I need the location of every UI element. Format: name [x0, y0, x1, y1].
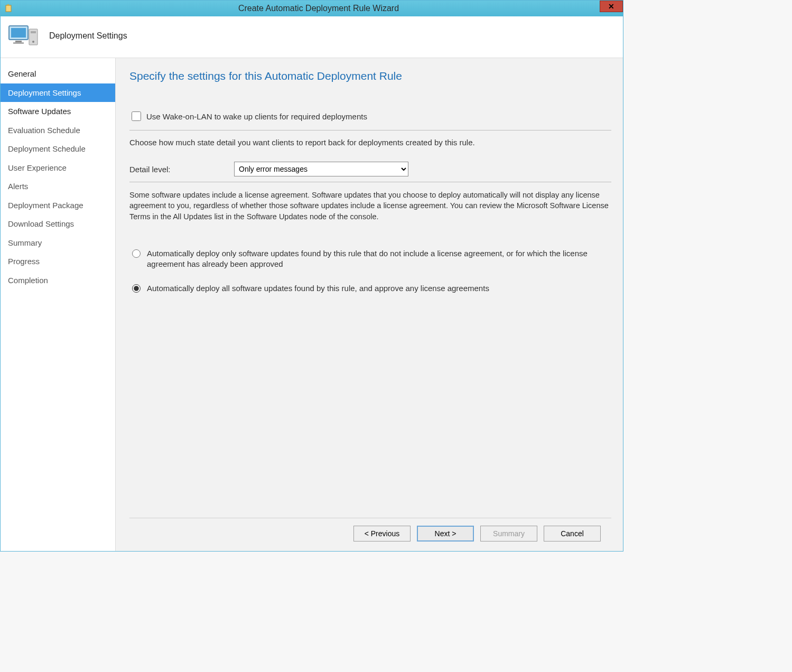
sidebar-item-completion[interactable]: Completion	[1, 271, 115, 290]
divider	[129, 182, 611, 182]
monitor-icon	[8, 24, 40, 48]
summary-button[interactable]: Summary	[480, 526, 537, 542]
detail-level-row: Detail level: Only error messages	[129, 162, 611, 176]
license-radio-2-row: Automatically deploy all software update…	[129, 283, 611, 294]
sidebar-item-evaluation-schedule[interactable]: Evaluation Schedule	[1, 121, 115, 140]
main-heading: Specify the settings for this Automatic …	[129, 70, 611, 82]
divider	[129, 130, 611, 130]
sidebar-item-download-settings[interactable]: Download Settings	[1, 214, 115, 234]
detail-level-select[interactable]: Only error messages	[234, 162, 408, 176]
sidebar-item-summary[interactable]: Summary	[1, 234, 115, 253]
svg-rect-1	[7, 4, 9, 6]
svg-point-8	[32, 41, 34, 43]
license-radio-2[interactable]	[132, 284, 141, 293]
sidebar-item-deployment-schedule[interactable]: Deployment Schedule	[1, 139, 115, 158]
svg-rect-3	[11, 28, 26, 38]
page-header: Deployment Settings	[1, 16, 623, 58]
wake-on-lan-checkbox[interactable]	[132, 111, 141, 121]
detail-level-label: Detail level:	[129, 165, 234, 174]
sidebar-item-deployment-package[interactable]: Deployment Package	[1, 196, 115, 215]
sidebar-item-user-experience[interactable]: User Experience	[1, 158, 115, 178]
svg-rect-4	[15, 41, 22, 42]
license-radio-1-label[interactable]: Automatically deploy only software updat…	[147, 248, 591, 270]
window-title: Create Automatic Deployment Rule Wizard	[14, 4, 623, 13]
close-button[interactable]: ✕	[600, 1, 623, 12]
sidebar-item-deployment-settings[interactable]: Deployment Settings	[1, 83, 115, 102]
sidebar-item-alerts[interactable]: Alerts	[1, 177, 115, 196]
svg-rect-7	[31, 31, 36, 33]
next-button[interactable]: Next >	[417, 526, 474, 542]
sidebar-item-software-updates[interactable]: Software Updates	[1, 102, 115, 121]
state-detail-description: Choose how much state detail you want cl…	[129, 138, 611, 147]
wake-on-lan-label[interactable]: Use Wake-on-LAN to wake up clients for r…	[146, 112, 367, 121]
sidebar-item-general[interactable]: General	[1, 64, 115, 83]
svg-rect-0	[6, 5, 11, 12]
wake-on-lan-row: Use Wake-on-LAN to wake up clients for r…	[129, 110, 611, 123]
license-radio-2-label[interactable]: Automatically deploy all software update…	[147, 283, 489, 294]
app-icon	[4, 3, 14, 14]
previous-button[interactable]: < Previous	[353, 526, 411, 542]
license-description: Some software updates include a license …	[129, 190, 611, 222]
license-radio-1-row: Automatically deploy only software updat…	[129, 248, 611, 270]
sidebar-item-progress[interactable]: Progress	[1, 252, 115, 271]
main-panel: Specify the settings for this Automatic …	[116, 58, 623, 551]
titlebar: Create Automatic Deployment Rule Wizard …	[1, 1, 623, 16]
wizard-footer: < Previous Next > Summary Cancel	[129, 518, 611, 551]
cancel-button[interactable]: Cancel	[544, 526, 601, 542]
wizard-body: GeneralDeployment SettingsSoftware Updat…	[1, 58, 623, 551]
page-title: Deployment Settings	[49, 31, 127, 41]
svg-rect-5	[13, 42, 24, 44]
sidebar: GeneralDeployment SettingsSoftware Updat…	[1, 58, 116, 551]
close-icon: ✕	[608, 2, 614, 11]
license-radio-1[interactable]	[132, 249, 141, 258]
wizard-window: Create Automatic Deployment Rule Wizard …	[0, 0, 623, 552]
